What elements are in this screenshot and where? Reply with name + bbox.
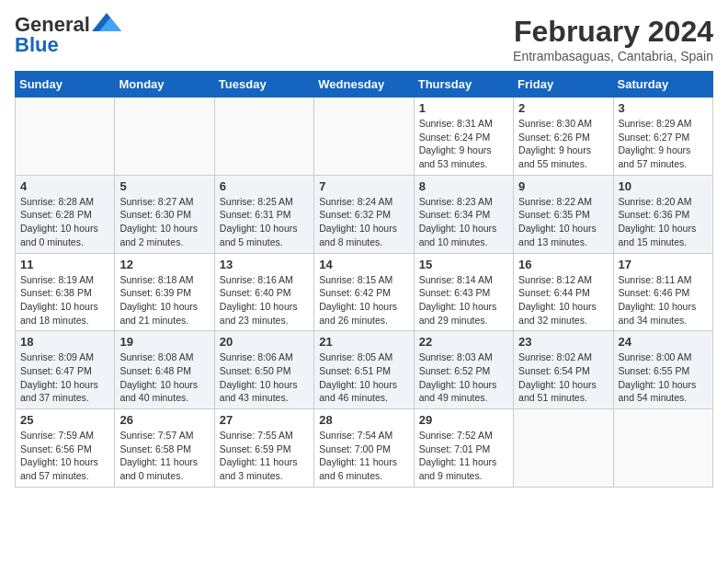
day-number: 22	[419, 335, 508, 349]
calendar-cell: 16Sunrise: 8:12 AMSunset: 6:44 PMDayligh…	[514, 253, 613, 331]
calendar-cell: 25Sunrise: 7:59 AMSunset: 6:56 PMDayligh…	[16, 409, 115, 488]
calendar-cell: 14Sunrise: 8:15 AMSunset: 6:42 PMDayligh…	[314, 253, 414, 331]
calendar-cell: 9Sunrise: 8:22 AMSunset: 6:35 PMDaylight…	[514, 175, 613, 253]
day-number: 17	[619, 258, 708, 271]
day-info: Sunrise: 8:25 AMSunset: 6:31 PMDaylight:…	[220, 195, 309, 249]
day-header-thursday: Thursday	[414, 72, 513, 98]
location-title: Entrambasaguas, Cantabria, Spain	[513, 49, 713, 63]
calendar-cell: 15Sunrise: 8:14 AMSunset: 6:43 PMDayligh…	[414, 253, 513, 331]
calendar-cell: 22Sunrise: 8:03 AMSunset: 6:52 PMDayligh…	[414, 331, 513, 409]
day-number: 24	[619, 335, 708, 349]
day-info: Sunrise: 8:29 AMSunset: 6:27 PMDaylight:…	[619, 117, 708, 171]
day-info: Sunrise: 8:24 AMSunset: 6:32 PMDaylight:…	[319, 195, 408, 249]
day-number: 27	[220, 413, 309, 427]
calendar-cell: 17Sunrise: 8:11 AMSunset: 6:46 PMDayligh…	[613, 253, 712, 331]
calendar-cell: 7Sunrise: 8:24 AMSunset: 6:32 PMDaylight…	[314, 175, 414, 253]
calendar-week-3: 11Sunrise: 8:19 AMSunset: 6:38 PMDayligh…	[16, 253, 713, 331]
day-number: 25	[20, 413, 109, 427]
day-info: Sunrise: 8:16 AMSunset: 6:40 PMDaylight:…	[220, 273, 309, 327]
calendar-cell	[16, 98, 115, 176]
day-number: 3	[619, 101, 708, 115]
day-info: Sunrise: 8:00 AMSunset: 6:55 PMDaylight:…	[619, 350, 708, 405]
day-info: Sunrise: 8:23 AMSunset: 6:34 PMDaylight:…	[419, 195, 508, 249]
day-number: 14	[319, 258, 408, 271]
calendar-cell: 29Sunrise: 7:52 AMSunset: 7:01 PMDayligh…	[414, 409, 513, 488]
day-info: Sunrise: 8:02 AMSunset: 6:54 PMDaylight:…	[518, 350, 608, 405]
calendar-cell	[115, 98, 214, 176]
day-header-friday: Friday	[514, 72, 613, 98]
calendar-cell: 4Sunrise: 8:28 AMSunset: 6:28 PMDaylight…	[16, 175, 115, 253]
calendar-cell: 20Sunrise: 8:06 AMSunset: 6:50 PMDayligh…	[214, 331, 313, 409]
calendar-cell: 11Sunrise: 8:19 AMSunset: 6:38 PMDayligh…	[16, 253, 115, 331]
day-number: 28	[319, 413, 408, 427]
calendar-week-5: 25Sunrise: 7:59 AMSunset: 6:56 PMDayligh…	[16, 409, 713, 488]
calendar-cell: 21Sunrise: 8:05 AMSunset: 6:51 PMDayligh…	[314, 331, 414, 409]
day-number: 20	[220, 335, 309, 349]
day-number: 23	[518, 335, 608, 349]
calendar-cell: 26Sunrise: 7:57 AMSunset: 6:58 PMDayligh…	[115, 409, 214, 488]
calendar-week-2: 4Sunrise: 8:28 AMSunset: 6:28 PMDaylight…	[16, 175, 713, 253]
day-info: Sunrise: 8:28 AMSunset: 6:28 PMDaylight:…	[20, 195, 109, 249]
logo-text: General	[15, 15, 90, 35]
day-number: 5	[119, 179, 209, 193]
calendar-cell: 28Sunrise: 7:54 AMSunset: 7:00 PMDayligh…	[314, 409, 414, 488]
calendar-week-4: 18Sunrise: 8:09 AMSunset: 6:47 PMDayligh…	[16, 331, 713, 409]
calendar-cell	[214, 98, 313, 176]
day-info: Sunrise: 8:15 AMSunset: 6:42 PMDaylight:…	[319, 273, 408, 327]
day-header-saturday: Saturday	[613, 72, 712, 98]
day-info: Sunrise: 8:08 AMSunset: 6:48 PMDaylight:…	[119, 350, 209, 405]
day-number: 9	[518, 179, 608, 193]
day-number: 26	[119, 413, 209, 427]
day-number: 2	[518, 101, 608, 115]
day-number: 8	[419, 179, 508, 193]
day-info: Sunrise: 7:52 AMSunset: 7:01 PMDaylight:…	[419, 429, 508, 483]
day-info: Sunrise: 7:57 AMSunset: 6:58 PMDaylight:…	[119, 429, 209, 483]
day-number: 15	[419, 258, 508, 271]
day-info: Sunrise: 7:59 AMSunset: 6:56 PMDaylight:…	[20, 429, 109, 483]
day-info: Sunrise: 8:05 AMSunset: 6:51 PMDaylight:…	[319, 350, 408, 405]
day-info: Sunrise: 8:19 AMSunset: 6:38 PMDaylight:…	[20, 273, 109, 327]
logo: General Blue	[15, 15, 121, 55]
day-header-sunday: Sunday	[16, 72, 115, 98]
page-header: General Blue February 2024 Entrambasagua…	[15, 15, 713, 63]
day-info: Sunrise: 8:03 AMSunset: 6:52 PMDaylight:…	[419, 350, 508, 405]
calendar-cell: 3Sunrise: 8:29 AMSunset: 6:27 PMDaylight…	[613, 98, 712, 176]
calendar-cell: 18Sunrise: 8:09 AMSunset: 6:47 PMDayligh…	[16, 331, 115, 409]
day-number: 16	[518, 258, 608, 271]
logo-blue-text: Blue	[15, 35, 59, 55]
day-info: Sunrise: 7:54 AMSunset: 7:00 PMDaylight:…	[319, 429, 408, 483]
day-info: Sunrise: 8:18 AMSunset: 6:39 PMDaylight:…	[119, 273, 209, 327]
day-info: Sunrise: 7:55 AMSunset: 6:59 PMDaylight:…	[220, 429, 309, 483]
day-info: Sunrise: 8:31 AMSunset: 6:24 PMDaylight:…	[419, 117, 508, 171]
day-number: 13	[220, 258, 309, 271]
day-info: Sunrise: 8:14 AMSunset: 6:43 PMDaylight:…	[419, 273, 508, 327]
calendar-cell: 1Sunrise: 8:31 AMSunset: 6:24 PMDaylight…	[414, 98, 513, 176]
day-number: 21	[319, 335, 408, 349]
day-number: 11	[20, 258, 109, 271]
day-number: 7	[319, 179, 408, 193]
title-block: February 2024 Entrambasaguas, Cantabria,…	[513, 15, 713, 63]
day-number: 29	[419, 413, 508, 427]
day-info: Sunrise: 8:11 AMSunset: 6:46 PMDaylight:…	[619, 273, 708, 327]
day-info: Sunrise: 8:27 AMSunset: 6:30 PMDaylight:…	[119, 195, 209, 249]
calendar-cell: 5Sunrise: 8:27 AMSunset: 6:30 PMDaylight…	[115, 175, 214, 253]
day-info: Sunrise: 8:09 AMSunset: 6:47 PMDaylight:…	[20, 350, 109, 405]
day-number: 19	[119, 335, 209, 349]
calendar-cell: 23Sunrise: 8:02 AMSunset: 6:54 PMDayligh…	[514, 331, 613, 409]
day-number: 12	[119, 258, 209, 271]
calendar-cell: 27Sunrise: 7:55 AMSunset: 6:59 PMDayligh…	[214, 409, 313, 488]
calendar-cell	[314, 98, 414, 176]
day-info: Sunrise: 8:20 AMSunset: 6:36 PMDaylight:…	[619, 195, 708, 249]
day-info: Sunrise: 8:30 AMSunset: 6:26 PMDaylight:…	[518, 117, 608, 171]
calendar-cell	[613, 409, 712, 488]
calendar-cell	[514, 409, 613, 488]
day-number: 4	[20, 179, 109, 193]
calendar-cell: 6Sunrise: 8:25 AMSunset: 6:31 PMDaylight…	[214, 175, 313, 253]
day-header-wednesday: Wednesday	[314, 72, 414, 98]
day-number: 18	[20, 335, 109, 349]
calendar-cell: 8Sunrise: 8:23 AMSunset: 6:34 PMDaylight…	[414, 175, 513, 253]
calendar-cell: 10Sunrise: 8:20 AMSunset: 6:36 PMDayligh…	[613, 175, 712, 253]
calendar-header-row: SundayMondayTuesdayWednesdayThursdayFrid…	[16, 72, 713, 98]
day-info: Sunrise: 8:12 AMSunset: 6:44 PMDaylight:…	[518, 273, 608, 327]
month-title: February 2024	[513, 15, 713, 49]
